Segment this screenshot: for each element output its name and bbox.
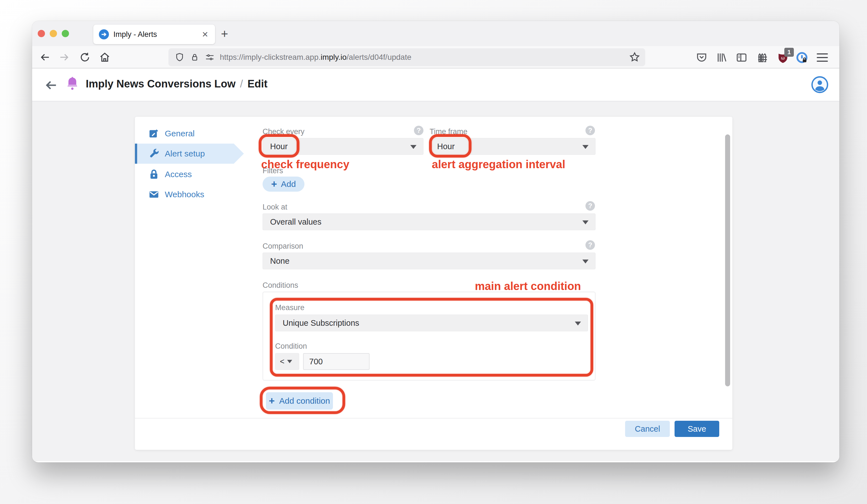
sidebar-toggle-icon[interactable] [735,51,748,64]
chevron-down-icon [575,322,581,325]
breadcrumb: Imply News Conversions Low / Edit [86,78,268,90]
chevron-down-icon [582,221,589,224]
look-at-value: Overall values [270,217,321,227]
alert-edit-card: General Alert setup Access Webhooks [135,117,732,450]
card-scrollbar[interactable] [725,135,730,386]
svg-text:ω: ω [781,55,785,60]
measure-dropdown[interactable]: Unique Subscriptions [275,314,588,331]
adblock-shield-icon[interactable]: ω 1 [777,51,789,64]
browser-window: ➔ Imply - Alerts ✕ + https://imply-click… [32,21,839,462]
look-at-label: Look at [263,203,287,212]
plus-icon: + [271,180,277,188]
plus-icon: + [269,397,275,405]
browser-toolbar: https://imply-clickstream.app.imply.io/a… [32,46,839,68]
home-icon[interactable] [99,51,111,63]
padlock-icon [148,169,160,180]
page-background: General Alert setup Access Webhooks [32,101,839,461]
add-filter-button[interactable]: + Add [263,176,304,192]
window-close-button[interactable] [38,30,45,37]
time-frame-label: Time frame [430,127,468,136]
conditions-label: Conditions [263,281,298,290]
chevron-down-icon [410,145,416,149]
user-avatar[interactable] [811,76,829,94]
bookmark-star-icon[interactable] [629,51,641,63]
password-manager-icon[interactable] [795,51,809,64]
chevron-down-icon [287,360,292,363]
pocket-icon[interactable] [695,51,708,64]
wrench-icon [148,148,160,160]
tab-close-icon[interactable]: ✕ [201,30,210,39]
cancel-button[interactable]: Cancel [625,421,670,437]
app-header: Imply News Conversions Low / Edit [32,68,839,101]
annotation-main-condition: main alert condition [475,280,581,292]
tab-title: Imply - Alerts [114,30,201,39]
sidebar-item-label: General [165,129,195,138]
sidebar-item-webhooks[interactable]: Webhooks [135,184,247,204]
window-minimize-button[interactable] [50,30,57,37]
fence-extension-icon[interactable] [756,51,769,64]
url-text: https://imply-clickstream.app.imply.io/a… [220,53,411,62]
check-every-dropdown[interactable]: Hour [263,138,424,155]
app-back-icon[interactable] [44,78,58,93]
sidebar-item-alert-setup[interactable]: Alert setup [135,143,247,164]
comparison-value: None [270,256,289,266]
card-footer-divider [135,418,732,419]
time-frame-dropdown[interactable]: Hour [430,138,596,155]
reload-icon[interactable] [79,51,91,63]
sidebar-item-label: Access [165,170,192,179]
chevron-down-icon [582,145,589,149]
add-condition-label: Add condition [279,396,330,406]
forward-icon[interactable] [58,51,71,63]
sidebar-item-label: Webhooks [165,190,204,199]
library-icon[interactable] [715,51,728,64]
time-frame-help-icon[interactable]: ? [586,126,595,135]
check-every-label: Check every [263,127,304,136]
chevron-down-icon [582,259,589,264]
comparison-dropdown[interactable]: None [263,253,596,269]
save-button[interactable]: Save [675,421,719,437]
edit-square-icon [148,128,160,139]
envelope-icon [148,189,160,200]
url-bar[interactable]: https://imply-clickstream.app.imply.io/a… [169,48,645,66]
comparison-label: Comparison [263,242,303,250]
annotation-check-frequency: check frequency [261,158,350,171]
new-tab-button[interactable]: + [221,27,228,41]
permissions-icon[interactable] [205,52,215,62]
window-zoom-button[interactable] [62,30,69,37]
browser-tab[interactable]: ➔ Imply - Alerts ✕ [93,24,215,44]
check-every-help-icon[interactable]: ? [414,126,424,135]
tab-favicon-icon: ➔ [99,29,109,40]
extension-badge: 1 [784,48,794,57]
add-condition-button[interactable]: + Add condition [266,392,333,410]
look-at-dropdown[interactable]: Overall values [263,213,596,230]
operator-value: < [280,357,284,366]
sidebar-item-general[interactable]: General [135,124,247,143]
condition-label: Condition [275,342,307,351]
breadcrumb-separator: / [240,78,243,90]
operator-dropdown[interactable]: < [275,353,299,370]
comparison-help-icon[interactable]: ? [586,240,595,250]
sidebar-item-label: Alert setup [165,149,205,158]
back-icon[interactable] [39,51,51,63]
threshold-input[interactable] [303,353,370,370]
add-filter-label: Add [281,179,296,189]
sidebar-item-access[interactable]: Access [135,164,247,184]
look-at-help-icon[interactable]: ? [586,201,595,211]
alert-bell-icon [65,76,80,94]
annotation-aggregation-interval: alert aggregation interval [432,158,565,171]
tab-bar: ➔ Imply - Alerts ✕ + [32,21,839,46]
measure-value: Unique Subscriptions [283,319,359,328]
measure-label: Measure [275,303,304,312]
tracking-shield-icon[interactable] [174,52,185,62]
page-mode: Edit [247,78,268,90]
time-frame-value: Hour [437,142,455,151]
check-every-value: Hour [270,142,288,151]
lock-icon[interactable] [190,52,200,62]
menu-hamburger-icon[interactable] [816,51,829,64]
page-title: Imply News Conversions Low [86,78,235,90]
